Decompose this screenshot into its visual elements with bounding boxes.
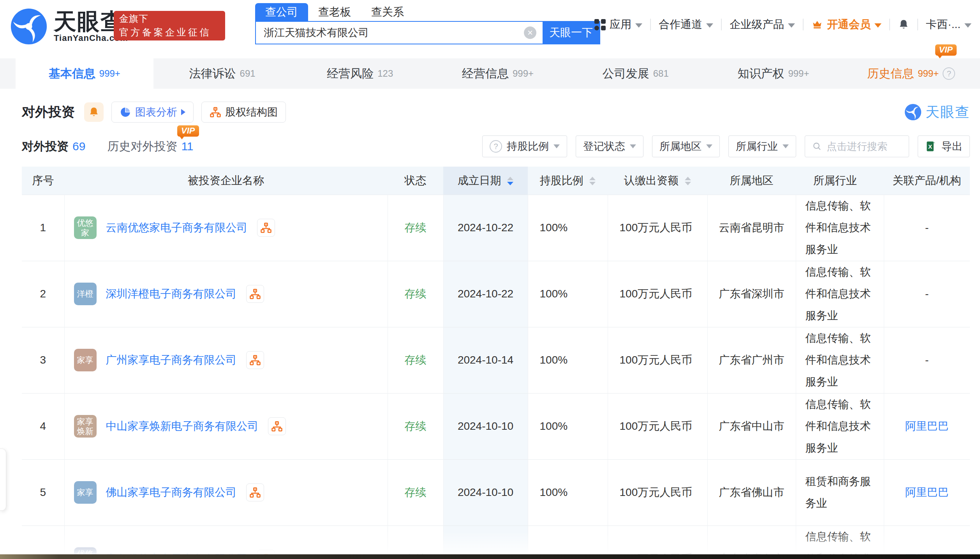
section-header: 对外投资 图表分析 股权结构图 天眼查 (22, 101, 970, 123)
company-nav-tabs: 基本信息999+ 法律诉讼691 经营风险123 经营信息999+ 公司发展68… (0, 58, 980, 89)
gov-credit-badge: 国家中小企业发展子基金旗下 官方备案企业征信机构 (114, 11, 225, 40)
subtab-history-investment[interactable]: VIP 历史对外投资 11 (107, 139, 193, 155)
col-established-date[interactable]: 成立日期 (443, 167, 528, 195)
equity-structure-mini-button[interactable] (257, 219, 275, 237)
arrow-right-icon (181, 109, 185, 115)
established-date: 2024-10-14 (458, 354, 513, 366)
equity-structure-mini-button[interactable] (246, 351, 264, 369)
company-link[interactable]: 深圳洋橙电子商务有限公司 (106, 287, 237, 301)
amount-value: 100万元人民币 (620, 354, 693, 366)
equity-structure-mini-button[interactable] (246, 285, 264, 303)
amount-value: 100万元人民币 (620, 420, 693, 432)
clear-input-icon[interactable]: × (524, 26, 536, 39)
menu-open-vip[interactable]: 开通会员 (811, 17, 881, 32)
menu-partner-channel[interactable]: 合作通道 (659, 17, 713, 32)
search-button[interactable]: 天眼一下 (543, 22, 599, 44)
sub-tab-filter-row: 对外投资 69 VIP 历史对外投资 11 ? 持股比例 登记状态 所属地区 (22, 135, 970, 158)
chevron-down-icon (783, 144, 789, 148)
org-chart-icon (260, 222, 272, 234)
col-subscribed-capital[interactable]: 认缴出资额 (608, 167, 707, 195)
filter-shareholding-ratio[interactable]: ? 持股比例 (482, 135, 567, 157)
monitor-bell-button[interactable] (84, 102, 104, 122)
tab-company-development[interactable]: 公司发展681 (567, 58, 705, 89)
ratio-value: 100% (540, 420, 568, 432)
chart-analysis-button[interactable]: 图表分析 (111, 102, 194, 123)
equity-structure-button[interactable]: 股权结构图 (201, 102, 286, 123)
table-header-row: 序号 被投资企业名称 状态 成立日期 持股比例 认缴出资额 所属地区 所属行业 … (22, 167, 970, 195)
row-index: 4 (40, 420, 46, 432)
menu-enterprise-products[interactable]: 企业级产品 (730, 17, 795, 32)
status-badge: 存续 (405, 288, 427, 300)
org-chart-icon (271, 420, 283, 432)
industry-value: 租赁和商务服务业 (806, 475, 871, 509)
region-value: 广东省佛山市 (719, 486, 784, 498)
search-tab-boss[interactable]: 查老板 (308, 3, 361, 21)
search-input[interactable] (264, 27, 524, 39)
company-link[interactable]: 中山家享焕新电子商务有限公司 (106, 419, 259, 434)
col-shareholding-ratio[interactable]: 持股比例 (528, 167, 608, 195)
col-region: 所属地区 (707, 167, 796, 195)
user-account[interactable]: 卡西·... (926, 17, 971, 32)
tianyancha-logo[interactable]: 天眼查 TianYanCha.com (10, 8, 128, 45)
col-related-products: 关联产品/机构 (884, 167, 970, 195)
chevron-down-icon (964, 23, 971, 28)
filter-registration-status[interactable]: 登记状态 (576, 135, 643, 157)
company-avatar: 优悠家 (74, 216, 97, 239)
row-index: 1 (40, 221, 46, 234)
filter-region[interactable]: 所属地区 (652, 135, 720, 157)
amount-value: 100万元人民币 (620, 221, 693, 234)
table-row: 2 洋橙 深圳洋橙电子商务有限公司 存续 2024-10-22 100% 100… (22, 261, 970, 327)
tab-operation-risk[interactable]: 经营风险123 (291, 58, 429, 89)
company-link[interactable]: 广州家享电子商务有限公司 (106, 353, 237, 367)
sort-icons[interactable] (507, 177, 513, 185)
tab-basic-info[interactable]: 基本信息999+ (16, 58, 153, 89)
related-value: - (925, 288, 929, 300)
status-badge: 存续 (405, 486, 427, 498)
apps-grid-icon (594, 19, 606, 30)
menu-apps[interactable]: 应用 (594, 17, 642, 32)
related-value[interactable]: 阿里巴巴 (905, 420, 949, 432)
excel-icon (925, 141, 937, 152)
ratio-value: 100% (540, 221, 568, 234)
table-row: 1 优悠家 云南优悠家电子商务有限公司 存续 2024-10-22 100% 1… (22, 195, 970, 261)
chevron-down-icon (630, 144, 636, 148)
search-tab-company[interactable]: 查公司 (255, 3, 308, 21)
amount-value: 100万元人民币 (620, 288, 693, 300)
equity-structure-mini-button[interactable] (268, 417, 286, 435)
ratio-value: 100% (540, 288, 568, 300)
company-link[interactable]: 佛山家享电子商务有限公司 (106, 485, 237, 500)
export-button[interactable]: 导出 (918, 135, 970, 157)
related-value: - (925, 221, 929, 234)
side-float-widget[interactable] (0, 448, 6, 511)
gov-badge-line2: 官方备案企业征信机构 (119, 26, 220, 53)
search-icon (812, 141, 822, 152)
table-search-box[interactable] (805, 135, 909, 157)
sort-icons[interactable] (589, 177, 596, 185)
table-search-input[interactable] (827, 141, 902, 153)
table-row: 3 家享 广州家享电子商务有限公司 存续 2024-10-14 100% 100… (22, 327, 970, 393)
status-badge: 存续 (405, 420, 427, 432)
sort-icons[interactable] (685, 177, 691, 185)
top-bar: 天眼查 TianYanCha.com 国家中小企业发展子基金旗下 官方备案企业征… (0, 0, 980, 58)
vip-badge: VIP (177, 125, 199, 137)
pie-chart-icon (120, 106, 131, 118)
company-link[interactable]: 云南优悠家电子商务有限公司 (106, 220, 248, 235)
tab-operation-info[interactable]: 经营信息999+ (429, 58, 567, 89)
subtab-outbound-investment[interactable]: 对外投资 69 (22, 139, 85, 155)
equity-structure-mini-button[interactable] (246, 483, 264, 501)
status-badge: 存续 (405, 221, 427, 234)
row-index: 5 (40, 486, 46, 498)
established-date: 2024-10-10 (458, 420, 513, 432)
row-index: 3 (40, 354, 46, 366)
tab-history-info[interactable]: VIP 历史信息999+ ? (842, 58, 980, 89)
org-chart-icon (249, 487, 261, 498)
tab-legal-litigation[interactable]: 法律诉讼691 (153, 58, 291, 89)
notification-bell[interactable] (898, 19, 909, 30)
related-value[interactable]: 阿里巴巴 (905, 486, 949, 498)
search-tab-relation[interactable]: 查关系 (361, 3, 414, 21)
filter-industry[interactable]: 所属行业 (728, 135, 796, 157)
tab-intellectual-property[interactable]: 知识产权999+ (705, 58, 843, 89)
chevron-down-icon (635, 23, 642, 28)
help-icon[interactable]: ? (943, 67, 955, 80)
company-avatar: 家享焕新 (74, 415, 97, 438)
